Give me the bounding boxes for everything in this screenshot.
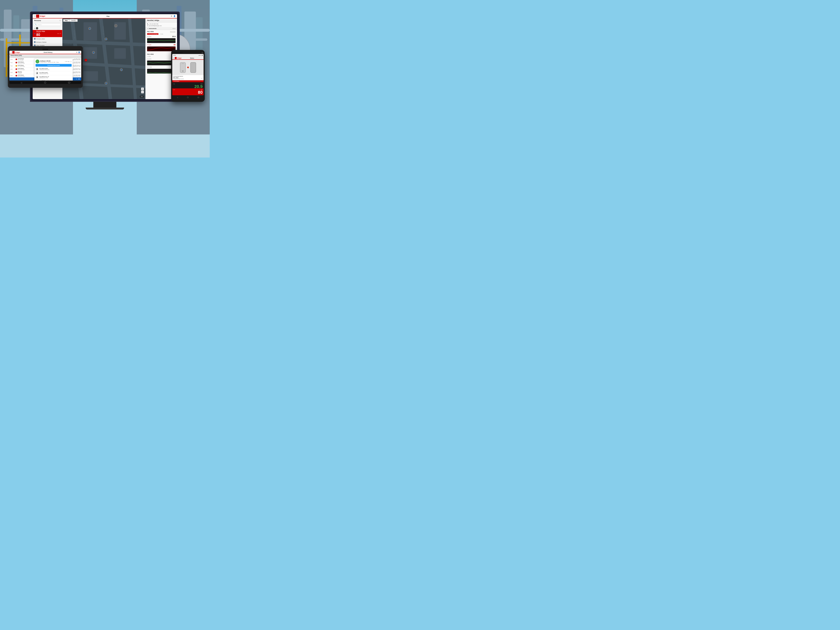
o2-sensor-label: O2 [173, 84, 175, 85]
notif-title: Software V25.36 [40, 60, 59, 62]
notification-header: ↓ Software V25.36 Product Item P.: Versi… [36, 60, 72, 63]
email-row: ✉ user12345@draeger.com [147, 25, 175, 27]
tablet-logo-icon [12, 51, 14, 54]
phone-sensors-display: O2 Vol% 20.9 CO ppm 80 [172, 82, 204, 95]
co-sensor-row: CO ppm 80 [147, 43, 175, 46]
phone-time: 12:34 [173, 55, 176, 56]
device-details: PAC 6500 60 064 601 598 232 345 ✕ [173, 77, 203, 79]
device-screen [182, 63, 184, 64]
map-marker: 👤 [120, 68, 123, 71]
phone-screen: 12:34 ▲▼ ||| ▐ ☰ Dräger Status [172, 54, 204, 95]
person-avatar: 👤 [34, 41, 36, 43]
person-name: Birnbaum, Bastian [36, 41, 46, 43]
tablet-settings-icon[interactable]: ⚙ [76, 52, 77, 53]
svg-rect-46 [114, 48, 126, 59]
map-tab-satellite[interactable]: Satellite [69, 19, 77, 22]
tablet-camera [43, 49, 48, 50]
monitor-topbar: ☰ Dräger Map ⚙ 👤 [33, 14, 177, 19]
co-sensor-value: 80 [173, 90, 203, 95]
back-button[interactable]: ◁ [21, 82, 22, 84]
download-progress-bar: Download Successfull [36, 64, 72, 67]
phone-menu-icon: ☰ [173, 57, 174, 59]
tablet-screen: ☰ Dräger Event History ⚙ 👤 Event History… [9, 51, 81, 81]
search-icon: 🔍 [35, 24, 37, 25]
phone-brand: Dräger [177, 57, 182, 59]
home-button[interactable] [44, 82, 46, 84]
alarm-icon: ● [16, 72, 17, 73]
alarm-bar: ⚠ A2 Alarm [172, 80, 204, 82]
map-marker: 👤 [105, 38, 107, 40]
notif-device-4: 📱 Pac 6500 Sector 5 6498662JHFG-7890 [36, 79, 72, 81]
tablet-device: ☰ Dräger Event History ⚙ 👤 Event History… [8, 46, 83, 88]
tablet-user-icon[interactable]: 👤 [78, 52, 80, 53]
persons-title: Persons [34, 20, 41, 22]
person-item-anton[interactable]: 👤 Ahmann, Anton [33, 37, 62, 41]
contact-info: 📞 +49 123 4567 890 ✉ user12345@draeger.c… [145, 22, 177, 27]
instrument-2-name: PAC 6500 [147, 54, 154, 55]
map-marker: 👤 [105, 82, 107, 85]
bluetooth-icon: ⚡ [187, 67, 189, 68]
grid-icon[interactable]: ⊞ [78, 78, 80, 80]
search-bar[interactable]: 🔍 Search [34, 23, 61, 26]
zoom-in-button[interactable]: + [141, 88, 144, 90]
instrument-1-name: PAC 6500 [147, 31, 154, 32]
device-button [182, 70, 183, 72]
phone-home-button[interactable] [187, 96, 189, 98]
alarm-icon: ● [16, 58, 17, 60]
svg-rect-45 [84, 47, 97, 59]
alarm-text: Not Acknowledged [149, 33, 158, 35]
instruments-label: Instruments [149, 28, 156, 29]
device-serial: 14586940GFHWI-0945 [39, 69, 72, 70]
wifi-icon: ▲▼ [199, 55, 201, 56]
svg-rect-23 [196, 17, 203, 52]
disconnect-button[interactable]: ✕ [201, 77, 203, 79]
notification-close-button[interactable]: ✕ [70, 61, 72, 62]
expand-icon[interactable]: ⤡ [76, 78, 77, 80]
o2-sensor-row: O₂ Vol% 20.9 [147, 35, 175, 38]
phone-nav-bar: ◁ [172, 96, 204, 99]
notif-device-2: 📱 Pac 6500 Gate02 8326331ARKNi-7847 [36, 71, 72, 75]
instrument-1: PAC 6500 Detectable ⚠ Not Acknowledged <… [145, 30, 177, 53]
device-name: Pac 6500 Sector 5 [39, 80, 72, 81]
svg-rect-47 [84, 71, 98, 81]
recent-apps-button[interactable] [68, 82, 70, 84]
person-item-bastian[interactable]: 👤 Birnbaum, Bastian [33, 41, 62, 44]
logo-icon [36, 14, 39, 18]
map-tabs: Map Satellite [63, 19, 77, 22]
phone-logo-icon [175, 57, 177, 59]
device-info: Pac 6500 Gate08 14586940GFHWI-0945 [39, 68, 72, 70]
co-label: CO ppm [147, 44, 152, 45]
monitor-base [86, 107, 124, 109]
map-zoom-controls: + − [141, 88, 144, 93]
person-name: Ahmann, Anton [36, 38, 45, 39]
map-tab-map[interactable]: Map [63, 19, 69, 22]
download-status: Download Successfull [47, 65, 60, 66]
device-info: Pac 6500 Sector 5 6498662JHFG-7890 [39, 80, 72, 81]
notif-device-3: 📱 Pac 6500 Sector 10 6498662JHFG-7890 [36, 75, 72, 79]
phone-body: 12:34 ▲▼ ||| ▐ ☰ Dräger Status [171, 50, 205, 102]
zoom-out-button[interactable]: − [141, 91, 144, 93]
phone-title: Status [182, 57, 203, 59]
warning-icon: ⚠ [16, 65, 17, 67]
phone-device-image-area: ⚡ [172, 60, 204, 75]
phone-recent-button[interactable] [197, 97, 199, 98]
monitor-stand [93, 102, 116, 107]
svg-text:FACTORY RD: FACTORY RD [64, 43, 72, 44]
alarm-icon: ● [16, 75, 17, 76]
phone-row: 📞 +49 123 4567 890 [147, 23, 175, 25]
notif-success-icon: ↓ [36, 60, 39, 63]
alarm-time: < 1 min. [159, 33, 163, 35]
alarm-icon: ⚠ [173, 81, 174, 82]
device-icon: 📱 [36, 68, 39, 71]
email-icon: ✉ [147, 25, 148, 26]
notif-meta: 4 min ago ✕ [65, 61, 72, 62]
signal-icon: ||| [201, 55, 202, 56]
event-type: Alarm [10, 75, 15, 76]
notif-title-text: Software V25.36 Product Item P.: Version… [40, 60, 59, 63]
person-item-helga[interactable]: 👤 Hershel, Helga CO ppm 80 0:14 ⚠ [33, 30, 62, 37]
phone-back-button[interactable]: ◁ [177, 96, 178, 98]
device-icon: 📱 [36, 72, 39, 75]
co-value: 80 [174, 44, 175, 46]
device-icon: 📱 [36, 80, 39, 81]
phone-status-bar [172, 52, 204, 54]
